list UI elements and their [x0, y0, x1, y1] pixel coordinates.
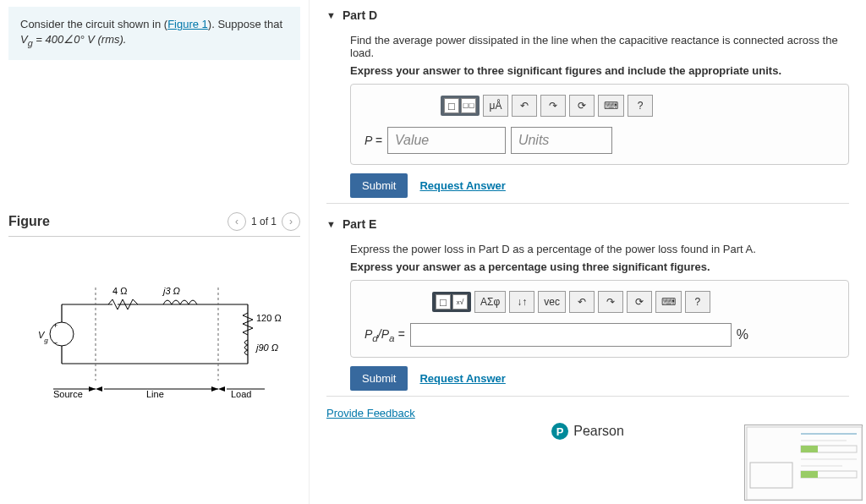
- part-e-header[interactable]: ▼ Part E: [326, 209, 849, 239]
- caret-down-icon: ▼: [326, 219, 336, 229]
- figure-nav-text: 1 of 1: [251, 216, 277, 227]
- problem-equation: Vg = 400∠0° V (rms).: [20, 33, 126, 46]
- circuit-figure: + − Vg 4 Ω j3 Ω 120 Ω j90 Ω: [8, 271, 300, 417]
- units-tool-button[interactable]: μÅ: [483, 95, 508, 117]
- svg-text:Vg: Vg: [38, 330, 48, 344]
- redo-button[interactable]: ↷: [598, 291, 623, 313]
- svg-marker-20: [96, 386, 102, 392]
- brand-text: Pearson: [573, 424, 624, 439]
- svg-rect-34: [801, 471, 818, 478]
- part-e-value-input[interactable]: [410, 323, 732, 347]
- help-button[interactable]: ?: [628, 95, 653, 117]
- part-e-unit: %: [737, 327, 748, 342]
- undo-button[interactable]: ↶: [569, 291, 595, 313]
- figure-title: Figure: [8, 214, 50, 229]
- problem-intro-suffix: ). Suppose that: [208, 18, 282, 30]
- reset-button[interactable]: ⟳: [569, 95, 595, 117]
- svg-text:−: −: [53, 338, 58, 347]
- keyboard-button[interactable]: ⌨: [598, 95, 624, 117]
- part-e-title: Part E: [343, 217, 376, 231]
- arrows-tool-button[interactable]: ↓↑: [509, 291, 534, 313]
- problem-intro-prefix: Consider the circuit shown in (: [20, 18, 167, 30]
- svg-text:+: +: [53, 321, 58, 330]
- template-tool[interactable]: □x√: [432, 292, 471, 312]
- keyboard-button[interactable]: ⌨: [655, 291, 682, 313]
- svg-rect-30: [801, 446, 818, 452]
- part-e-submit-button[interactable]: Submit: [350, 366, 408, 391]
- part-e-request-answer[interactable]: Request Answer: [419, 372, 505, 385]
- part-d-title: Part D: [343, 8, 377, 22]
- part-d-label: P =: [364, 134, 382, 147]
- part-e-label: Pd/Pa =: [364, 327, 405, 343]
- caret-down-icon: ▼: [326, 10, 336, 20]
- part-e-instruction: Express your answer as a percentage usin…: [350, 260, 849, 273]
- part-d-units-input[interactable]: Units: [511, 127, 612, 154]
- figure-link[interactable]: Figure 1: [167, 18, 208, 30]
- part-e-answer-box: □x√ ΑΣφ ↓↑ vec ↶ ↷ ⟳ ⌨ ? Pd/Pa = %: [350, 280, 849, 358]
- part-d-submit-button[interactable]: Submit: [350, 173, 408, 198]
- svg-text:j3 Ω: j3 Ω: [162, 286, 180, 296]
- svg-marker-22: [211, 386, 218, 392]
- problem-statement: Consider the circuit shown in (Figure 1)…: [8, 7, 300, 60]
- svg-text:120 Ω: 120 Ω: [256, 313, 282, 323]
- greek-tool-button[interactable]: ΑΣφ: [474, 291, 506, 313]
- svg-text:4 Ω: 4 Ω: [112, 286, 127, 296]
- svg-marker-23: [218, 386, 225, 392]
- part-d-value-input[interactable]: Value: [387, 127, 506, 154]
- undo-button[interactable]: ↶: [512, 95, 537, 117]
- svg-text:Line: Line: [146, 389, 164, 399]
- part-d-answer-box: □☐☐ μÅ ↶ ↷ ⟳ ⌨ ? P = Value Units: [350, 84, 849, 165]
- figure-next-button[interactable]: ›: [282, 212, 300, 231]
- svg-marker-19: [89, 386, 96, 392]
- redo-button[interactable]: ↷: [540, 95, 566, 117]
- svg-rect-25: [747, 427, 862, 500]
- part-d-request-answer[interactable]: Request Answer: [419, 179, 505, 192]
- template-tool[interactable]: □☐☐: [441, 96, 480, 116]
- part-d-header[interactable]: ▼ Part D: [326, 0, 849, 30]
- reset-button[interactable]: ⟳: [627, 291, 652, 313]
- figure-nav: ‹ 1 of 1 ›: [227, 212, 300, 231]
- svg-text:j90 Ω: j90 Ω: [255, 342, 278, 353]
- part-d-instruction: Express your answer to three significant…: [350, 64, 849, 77]
- provide-feedback-link[interactable]: Provide Feedback: [326, 407, 415, 419]
- help-button[interactable]: ?: [685, 291, 710, 313]
- svg-text:Load: Load: [231, 389, 251, 399]
- thumbnail-preview[interactable]: [744, 425, 863, 501]
- part-e-prompt: Express the power loss in Part D as a pe…: [350, 243, 849, 255]
- figure-prev-button[interactable]: ‹: [227, 212, 246, 231]
- vec-tool-button[interactable]: vec: [538, 291, 566, 313]
- svg-text:Source: Source: [53, 389, 83, 399]
- part-d-prompt: Find the average power dissipated in the…: [350, 34, 849, 59]
- pearson-logo-icon: P: [551, 423, 568, 440]
